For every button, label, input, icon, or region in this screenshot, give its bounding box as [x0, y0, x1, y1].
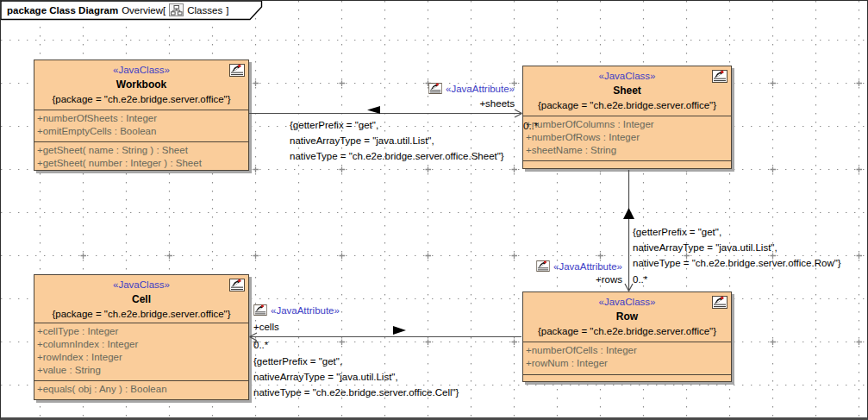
- diagram-frame: «JavaClass» Workbook {package = "ch.e2e.…: [0, 0, 868, 420]
- frame-bracket-close: ]: [226, 5, 228, 16]
- tag-line: {getterPrefix = "get",: [290, 117, 504, 133]
- pen-document-icon: [536, 260, 550, 272]
- association-sheets-role[interactable]: +sheets: [479, 98, 515, 109]
- association-rows-stereotype[interactable]: «JavaAttribute»: [536, 260, 622, 272]
- association-sheets-stereotype[interactable]: «JavaAttribute»: [428, 83, 515, 94]
- frame-kind-label: package Class Diagram: [7, 5, 118, 16]
- direction-triangle-up-icon: [623, 208, 634, 219]
- tag-line: nativeArrayType = "java.util.List",: [253, 369, 459, 385]
- pen-document-icon: [253, 304, 267, 316]
- direction-triangle-right-icon: [393, 326, 406, 335]
- pen-document-icon: [428, 83, 442, 94]
- association-cells-multiplicity[interactable]: 0..*: [253, 340, 268, 350]
- stereotype-label: «JavaAttribute»: [553, 261, 622, 272]
- association-cells-role[interactable]: +cells: [253, 322, 279, 332]
- stereotype-label: «JavaAttribute»: [271, 305, 340, 316]
- tag-line: {getterPrefix = "get",: [633, 224, 841, 240]
- class-diagram-icon: [169, 3, 184, 16]
- direction-triangle-left-icon: [367, 106, 380, 114]
- association-rows-tags[interactable]: {getterPrefix = "get", nativeArrayType =…: [633, 224, 841, 271]
- frame-tab-title: package Class Diagram Overview[ Classes …: [7, 3, 228, 16]
- association-cells-tags[interactable]: {getterPrefix = "get", nativeArrayType =…: [253, 354, 459, 400]
- association-rows-multiplicity[interactable]: 0..*: [633, 274, 647, 285]
- tag-line: nativeType = "ch.e2e.bridge.server.offic…: [290, 148, 504, 164]
- frame-diagram-name: Classes: [187, 5, 222, 16]
- association-sheets-tags[interactable]: {getterPrefix = "get", nativeArrayType =…: [290, 117, 504, 164]
- tag-line: nativeArrayType = "java.util.List",: [290, 133, 504, 148]
- stereotype-label: «JavaAttribute»: [446, 84, 515, 94]
- tag-line: nativeArrayType = "java.util.List",: [633, 240, 841, 255]
- frame-name-label: Overview[: [122, 5, 165, 16]
- tag-line: {getterPrefix = "get",: [253, 354, 459, 369]
- tag-line: nativeType = "ch.e2e.bridge.server.offic…: [633, 255, 841, 271]
- association-cells-stereotype[interactable]: «JavaAttribute»: [253, 304, 340, 316]
- association-sheets-multiplicity[interactable]: 0..*: [523, 121, 538, 131]
- association-rows-role[interactable]: +rows: [596, 274, 622, 285]
- tag-line: nativeType = "ch.e2e.bridge.server.offic…: [253, 385, 459, 400]
